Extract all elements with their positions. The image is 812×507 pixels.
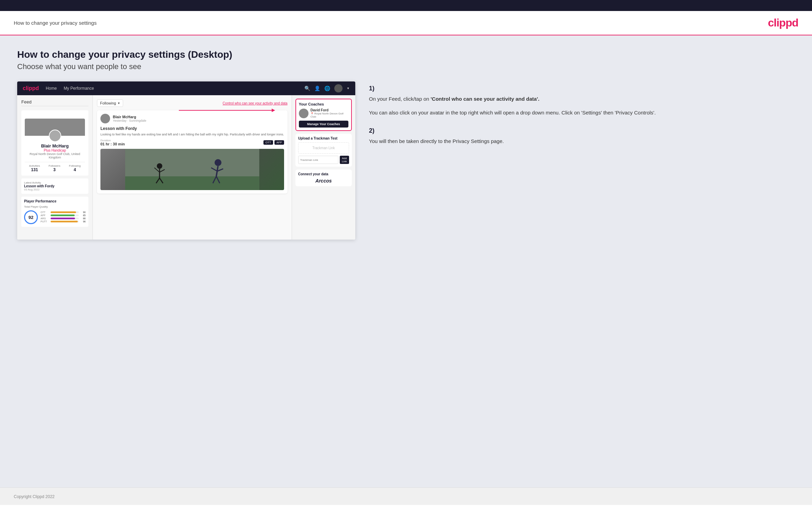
quality-circle: 92 (24, 210, 38, 224)
tag-ott: OTT (263, 140, 273, 145)
following-value: 4 (69, 167, 81, 172)
metric-ott-label: OTT (41, 211, 49, 213)
player-performance-card: Player Performance Total Player Quality … (21, 197, 88, 227)
person-icon[interactable]: 👤 (314, 86, 320, 91)
profile-handicap: Plus Handicap (25, 148, 85, 152)
latest-activity-card: Latest Activity Lesson with Fordy 03 Aug… (21, 178, 88, 194)
connect-data-card: Connect your data Arccos (295, 169, 352, 186)
metric-app-label: APP (41, 214, 49, 217)
location-icon: 📍 (311, 112, 314, 115)
copyright-text: Copyright Clippd 2022 (14, 494, 55, 499)
metric-putt-label: PUTT (41, 220, 49, 223)
step1-text: On your Feed, click/tap on 'Control who … (369, 95, 795, 103)
followers-label: Followers (48, 164, 60, 167)
coach-club: 📍 Royal North Devon Golf Club (311, 112, 348, 118)
metric-arg-label: ARG (41, 217, 49, 220)
metric-putt: PUTT 96 (41, 220, 86, 223)
metric-putt-value: 96 (80, 220, 86, 223)
profile-banner (25, 119, 85, 136)
profile-card: Blair McHarg Plus Handicap Royal North D… (21, 110, 88, 176)
chevron-icon: ▼ (117, 102, 120, 105)
privacy-link[interactable]: Control who can see your activity and da… (223, 101, 287, 105)
activity-user-meta: Yesterday · Sunningdale (113, 119, 146, 122)
step2-number: 2) (369, 127, 795, 134)
clippd-logo: clippd (768, 16, 798, 29)
svg-point-8 (215, 159, 221, 166)
upload-trackman-card: Upload a Trackman Test Trackman Link Add… (295, 134, 352, 167)
breadcrumb: How to change your privacy settings (14, 20, 97, 26)
activity-title: Lesson with Fordy (100, 126, 284, 131)
latest-activity-date: 03 Aug 2022 (24, 188, 86, 191)
arrow-annotation (179, 107, 275, 115)
activity-card: Blair McHarg Yesterday · Sunningdale Les… (97, 110, 288, 194)
svg-rect-1 (125, 176, 259, 190)
coach-avatar (299, 109, 308, 118)
chevron-down-icon[interactable]: ▼ (347, 87, 350, 90)
metric-arg: ARG 86 (41, 217, 86, 220)
header: How to change your privacy settings clip… (0, 11, 812, 35)
step1-text2: You can also click on your avatar in the… (369, 109, 795, 117)
coaches-card: Your Coaches David Ford 📍 Royal North De… (295, 99, 352, 131)
footer: Copyright Clippd 2022 (0, 487, 812, 505)
metric-ott: OTT 90 (41, 211, 86, 213)
followers-value: 3 (48, 167, 60, 172)
following-label: Following (100, 101, 116, 105)
metric-app-value: 85 (80, 214, 86, 217)
trackman-input[interactable] (298, 156, 338, 164)
profile-club: Royal North Devon Golf Club, United King… (25, 152, 85, 159)
avatar (49, 130, 61, 142)
step1-highlight: 'Control who can see your activity and d… (431, 96, 539, 102)
svg-marker-15 (272, 109, 275, 112)
app-body: Feed Blair McHarg Plus Handicap Royal No… (17, 95, 355, 240)
quality-label: Total Player Quality (24, 205, 86, 208)
svg-point-2 (157, 163, 162, 169)
player-perf-title: Player Performance (24, 199, 86, 203)
activity-image (100, 149, 284, 190)
activities-label: Activities (29, 164, 40, 167)
app-nav-home[interactable]: Home (46, 86, 57, 91)
metric-arg-value: 86 (80, 217, 86, 220)
app-avatar[interactable] (334, 84, 343, 92)
feed-tab[interactable]: Feed (21, 99, 88, 106)
app-right-sidebar: Your Coaches David Ford 📍 Royal North De… (292, 95, 355, 240)
app-logo: clippd (23, 85, 39, 91)
search-icon[interactable]: 🔍 (304, 86, 310, 91)
activity-description: Looking to feel like my hands are exitin… (100, 132, 284, 137)
arccos-text: Arccos (298, 178, 349, 184)
following-button[interactable]: Following ▼ (97, 99, 123, 107)
top-bar (0, 0, 812, 11)
latest-activity-label: Latest Activity (24, 181, 86, 184)
manage-coaches-button[interactable]: Manage Your Coaches (299, 121, 348, 128)
tag-app: APP (274, 140, 284, 145)
duration-label: Duration (100, 139, 125, 142)
latest-activity-value: Lesson with Fordy (24, 184, 86, 188)
screenshot-mockup: clippd Home My Performance 🔍 👤 🌐 ▼ (17, 81, 355, 240)
coach-item: David Ford 📍 Royal North Devon Golf Club (299, 108, 348, 118)
profile-name: Blair McHarg (25, 143, 85, 148)
connect-title: Connect your data (298, 172, 349, 176)
activity-user-name: Blair McHarg (113, 115, 146, 119)
app-left-sidebar: Feed Blair McHarg Plus Handicap Royal No… (17, 95, 93, 240)
instructions-panel: 1) On your Feed, click/tap on 'Control w… (369, 81, 795, 159)
metrics: OTT 90 APP 85 (41, 211, 86, 223)
step1-number: 1) (369, 85, 795, 92)
upload-title: Upload a Trackman Test (298, 136, 349, 140)
page-subheading: Choose what you want people to see (17, 62, 795, 71)
main-content: How to change your privacy settings (Des… (0, 35, 812, 487)
metric-app: APP 85 (41, 214, 86, 217)
following-label: Following (69, 164, 81, 167)
activity-avatar (100, 114, 110, 123)
app-center-feed: Following ▼ Control who can see your act… (93, 95, 292, 240)
instruction-step2: 2) You will then be taken directly to th… (369, 127, 795, 145)
instruction-step1: 1) On your Feed, click/tap on 'Control w… (369, 85, 795, 117)
step2-text: You will then be taken directly to the P… (369, 137, 795, 145)
app-navbar: clippd Home My Performance 🔍 👤 🌐 ▼ (17, 81, 355, 95)
coaches-title: Your Coaches (299, 102, 348, 106)
globe-icon[interactable]: 🌐 (324, 86, 330, 91)
coach-name: David Ford (311, 108, 348, 112)
app-nav-performance[interactable]: My Performance (64, 86, 94, 91)
activities-value: 131 (29, 167, 40, 172)
add-link-button[interactable]: Add Link (340, 156, 349, 164)
page-heading: How to change your privacy settings (Des… (17, 49, 795, 60)
metric-ott-value: 90 (80, 211, 86, 213)
